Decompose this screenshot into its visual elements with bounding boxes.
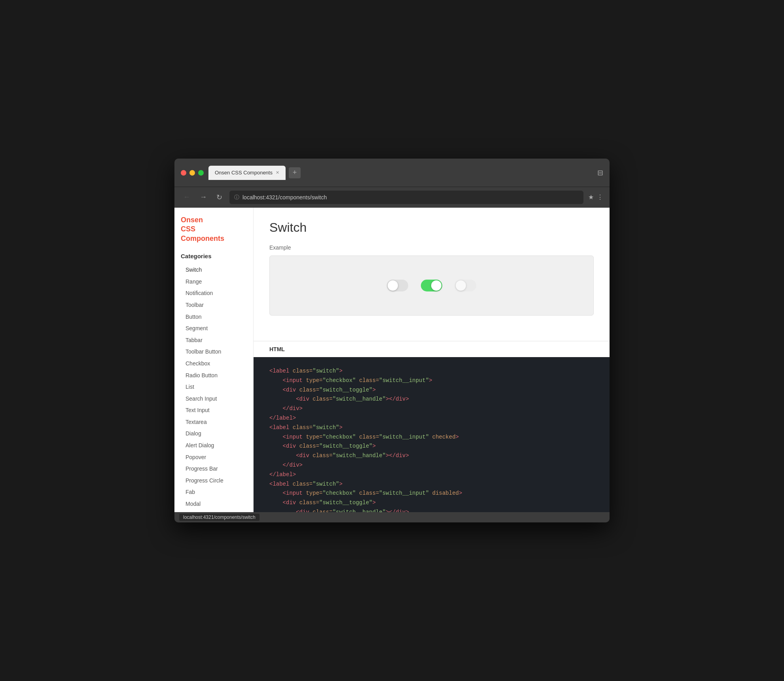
sidebar-item-progress-bar[interactable]: Progress Bar bbox=[181, 463, 247, 475]
bookmark-icon[interactable]: ★ bbox=[588, 193, 594, 201]
maximize-button[interactable] bbox=[198, 170, 204, 176]
sidebar-item-segment[interactable]: Segment bbox=[181, 323, 247, 335]
sidebar-items-list: Switch Range Notification Toolbar Button… bbox=[181, 264, 247, 512]
new-tab-button[interactable]: + bbox=[289, 167, 301, 178]
sidebar-item-notification[interactable]: Notification bbox=[181, 288, 247, 299]
sidebar-item-alert-dialog[interactable]: Alert Dialog bbox=[181, 440, 247, 452]
title-bar: Onsen CSS Components ✕ + ⊟ bbox=[174, 159, 610, 187]
tab-bar: Onsen CSS Components ✕ + bbox=[208, 166, 593, 180]
sidebar: Onsen CSS Components Categories Switch R… bbox=[174, 208, 254, 512]
sidebar-item-list[interactable]: List bbox=[181, 381, 247, 393]
sidebar-item-toolbar[interactable]: Toolbar bbox=[181, 299, 247, 311]
sidebar-item-switch[interactable]: Switch bbox=[181, 264, 247, 276]
browser-window: Onsen CSS Components ✕ + ⊟ ← → ↻ ⓘ local… bbox=[174, 159, 610, 522]
code-block: <label class="switch"> <input type="chec… bbox=[254, 357, 610, 512]
toolbar-menu-icon[interactable]: ⊟ bbox=[597, 168, 603, 177]
security-icon: ⓘ bbox=[234, 194, 239, 201]
sidebar-item-toolbar-button[interactable]: Toolbar Button bbox=[181, 346, 247, 358]
sidebar-item-dialog[interactable]: Dialog bbox=[181, 428, 247, 440]
tab-title: Onsen CSS Components bbox=[215, 170, 273, 176]
status-bar: localhost:4321/components/switch bbox=[174, 512, 610, 522]
menu-icon[interactable]: ⋮ bbox=[597, 193, 603, 201]
close-button[interactable] bbox=[181, 170, 186, 176]
forward-button[interactable]: → bbox=[197, 191, 209, 203]
switch-handle-disabled bbox=[456, 280, 466, 291]
sidebar-item-fab[interactable]: Fab bbox=[181, 486, 247, 498]
url-bar[interactable]: ⓘ localhost:4321/components/switch bbox=[229, 191, 583, 204]
refresh-button[interactable]: ↻ bbox=[214, 191, 225, 203]
switch-demo bbox=[387, 280, 476, 291]
sidebar-item-textarea[interactable]: Textarea bbox=[181, 416, 247, 428]
categories-title: Categories bbox=[181, 253, 247, 259]
page-title: Switch bbox=[269, 220, 594, 235]
status-url: localhost:4321/components/switch bbox=[179, 514, 259, 521]
html-section-label: HTML bbox=[254, 341, 610, 357]
sidebar-item-modal[interactable]: Modal bbox=[181, 498, 247, 510]
traffic-lights bbox=[181, 170, 204, 176]
sidebar-item-button[interactable]: Button bbox=[181, 311, 247, 323]
sidebar-logo[interactable]: Onsen CSS Components bbox=[181, 216, 247, 243]
url-text: localhost:4321/components/switch bbox=[242, 194, 327, 201]
active-tab[interactable]: Onsen CSS Components ✕ bbox=[208, 166, 286, 180]
switch-on[interactable] bbox=[421, 280, 442, 291]
sidebar-item-text-input[interactable]: Text Input bbox=[181, 405, 247, 416]
sidebar-item-search-input[interactable]: Search Input bbox=[181, 393, 247, 405]
switch-handle-on bbox=[431, 280, 441, 291]
minimize-button[interactable] bbox=[189, 170, 195, 176]
sidebar-item-radio-button[interactable]: Radio Button bbox=[181, 370, 247, 382]
switch-handle-off bbox=[388, 280, 398, 291]
address-bar: ← → ↻ ⓘ localhost:4321/components/switch… bbox=[174, 187, 610, 208]
example-box bbox=[269, 255, 594, 316]
sidebar-item-tabbar[interactable]: Tabbar bbox=[181, 335, 247, 346]
tab-close-icon[interactable]: ✕ bbox=[276, 170, 279, 175]
sidebar-item-checkbox[interactable]: Checkbox bbox=[181, 358, 247, 370]
sidebar-item-range[interactable]: Range bbox=[181, 276, 247, 288]
sidebar-item-popover[interactable]: Popover bbox=[181, 452, 247, 463]
browser-body: Onsen CSS Components Categories Switch R… bbox=[174, 208, 610, 512]
example-label: Example bbox=[269, 244, 594, 251]
switch-off[interactable] bbox=[387, 280, 408, 291]
main-content: Switch Example bbox=[254, 208, 610, 512]
code-content: <label class="switch"> <input type="chec… bbox=[269, 367, 594, 512]
switch-disabled bbox=[455, 280, 476, 291]
content-area: Switch Example bbox=[254, 208, 610, 341]
address-actions: ★ ⋮ bbox=[588, 193, 603, 201]
back-button[interactable]: ← bbox=[181, 191, 193, 203]
sidebar-item-progress-circle[interactable]: Progress Circle bbox=[181, 475, 247, 487]
